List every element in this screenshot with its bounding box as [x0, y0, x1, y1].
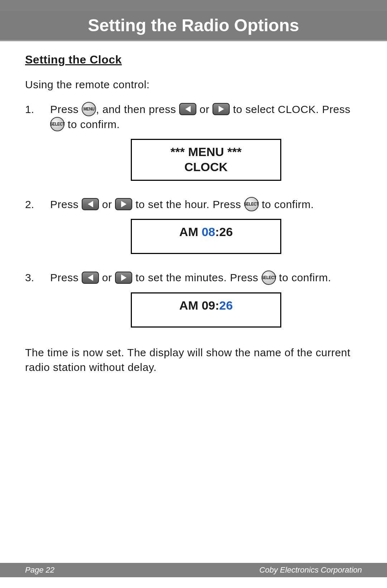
display-separator: :	[215, 225, 219, 239]
display-hour: 09	[202, 298, 215, 312]
left-arrow-icon	[82, 272, 99, 284]
step-1-text: Press MENU, and then press or to select …	[50, 102, 362, 132]
step-body: Press MENU, and then press or to select …	[50, 102, 362, 192]
step-3-text: Press or to set the minutes. Press SELEC…	[50, 271, 362, 286]
left-arrow-icon	[179, 103, 196, 115]
closing-text: The time is now set. The display will sh…	[25, 345, 362, 375]
right-arrow-icon	[212, 103, 230, 115]
step-body: Press or to set the minutes. Press SELEC…	[50, 271, 362, 338]
content-area: Setting the Clock Using the remote contr…	[0, 41, 387, 375]
display-minute-highlighted: 26	[219, 298, 233, 312]
lcd-display-minute: AM 09:26	[131, 292, 281, 328]
footer-bar: Page 22 Coby Electronics Corporation	[0, 563, 387, 577]
lcd-display-menu: *** MENU *** CLOCK	[131, 139, 281, 181]
step-body: Press or to set the hour. Press SELECT t…	[50, 197, 362, 265]
step-1: 1. Press MENU, and then press or to sele…	[25, 102, 362, 192]
display-separator: :	[215, 298, 219, 312]
step-number: 3.	[25, 271, 50, 338]
display-hour-highlighted: 08	[202, 225, 215, 239]
step-2-text: Press or to set the hour. Press SELECT t…	[50, 197, 362, 212]
display-ampm: AM	[179, 225, 201, 239]
step-3: 3. Press or to set the minutes. Press SE…	[25, 271, 362, 338]
display-line-1: *** MENU ***	[135, 144, 277, 160]
top-decorative-bar	[0, 0, 387, 11]
right-arrow-icon	[115, 272, 132, 284]
display-ampm: AM	[179, 298, 201, 312]
footer-company: Coby Electronics Corporation	[259, 565, 362, 575]
select-button-icon: SELECT	[50, 117, 64, 131]
lcd-display-hour: AM 08:26	[131, 219, 281, 254]
page-title: Setting the Radio Options	[88, 15, 299, 35]
section-heading: Setting the Clock	[25, 52, 362, 67]
select-button-icon: SELECT	[244, 197, 259, 211]
select-button-icon: SELECT	[262, 271, 276, 285]
right-arrow-icon	[115, 198, 132, 210]
step-number: 1.	[25, 102, 50, 192]
left-arrow-icon	[82, 198, 99, 210]
page-header: Setting the Radio Options	[0, 11, 387, 41]
steps-list: 1. Press MENU, and then press or to sele…	[25, 102, 362, 338]
display-minute: 26	[219, 225, 233, 239]
footer-page-number: Page 22	[25, 565, 54, 575]
step-number: 2.	[25, 197, 50, 265]
menu-button-icon: MENU	[82, 102, 96, 116]
display-line-2: CLOCK	[135, 159, 277, 175]
intro-text: Using the remote control:	[25, 77, 362, 92]
step-2: 2. Press or to set the hour. Press SELEC…	[25, 197, 362, 265]
